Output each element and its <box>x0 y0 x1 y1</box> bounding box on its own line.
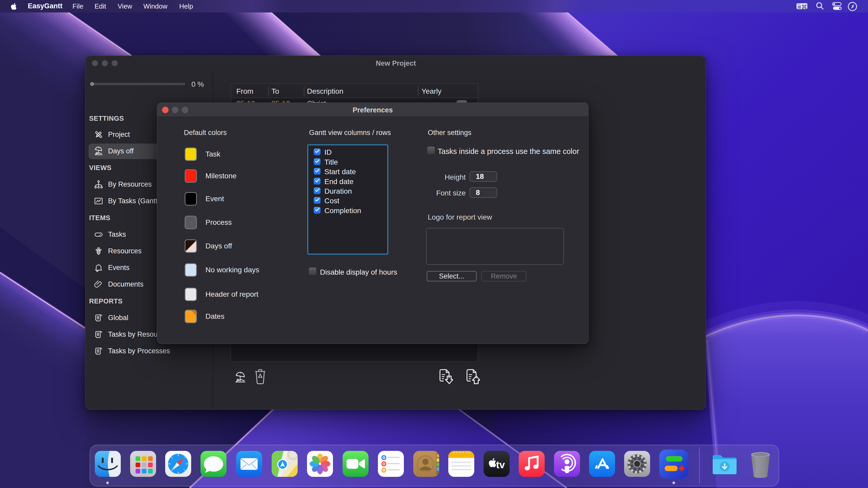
svg-text:tv: tv <box>496 459 505 470</box>
